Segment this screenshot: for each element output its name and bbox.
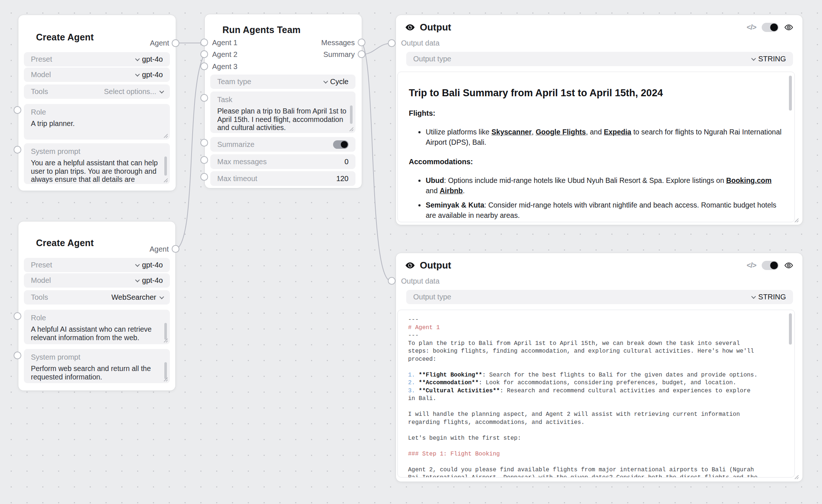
port-agent-2-in[interactable] xyxy=(200,50,208,58)
port-system-prompt-in[interactable] xyxy=(14,352,21,359)
output-type-value: STRING xyxy=(758,55,786,63)
node-run-agents-team[interactable]: Run Agents Team Agent 1 Agent 2 Agent 3 … xyxy=(205,14,362,188)
output-content[interactable]: Trip to Bali Summary from April 1st to A… xyxy=(397,72,795,222)
port-summarize-in[interactable] xyxy=(200,139,208,147)
port-system-prompt-in[interactable] xyxy=(14,146,21,154)
link-google-flights[interactable]: Google Flights xyxy=(536,128,586,136)
port-messages-out[interactable] xyxy=(358,39,365,46)
tools-value: Select options... xyxy=(104,87,156,96)
output-type-select[interactable]: Output type STRING xyxy=(406,52,793,66)
port-role-in[interactable] xyxy=(14,106,21,114)
summarize-label: Summarize xyxy=(217,140,254,149)
scrollbar-thumb[interactable] xyxy=(789,313,792,345)
code-line: regarding flights, accommodations, and a… xyxy=(408,419,784,427)
tools-select[interactable]: Tools WebSearcher xyxy=(24,290,170,305)
md-heading: Trip to Bali Summary from April 1st to A… xyxy=(409,87,783,99)
node-output-2[interactable]: Output </> Output data Output type STRIN… xyxy=(396,253,803,482)
role-textarea[interactable]: Role A helpful AI assistant who can retr… xyxy=(24,310,170,344)
model-select[interactable]: Model gpt-4o xyxy=(24,273,170,288)
node-output-1[interactable]: Output </> Output data Output type STRIN… xyxy=(396,15,803,225)
port-summary-out[interactable] xyxy=(358,50,365,58)
edge-agent2-to-team[interactable] xyxy=(176,55,204,249)
port-label-agent-1: Agent 1 xyxy=(212,38,237,47)
port-output-data-in[interactable] xyxy=(388,277,396,285)
max-messages-input[interactable]: Max messages 0 xyxy=(210,154,355,169)
md-section-flights: Flights: xyxy=(409,109,783,118)
node-create-agent-2[interactable]: Create Agent Agent Preset gpt-4o Model g… xyxy=(18,222,175,390)
model-select[interactable]: Model gpt-4o xyxy=(24,68,170,82)
code-view-icon[interactable]: </> xyxy=(747,261,756,270)
port-task-in[interactable] xyxy=(200,94,208,102)
chevron-down-icon xyxy=(135,278,140,282)
node-title: Output xyxy=(420,260,451,271)
port-max-messages-in[interactable] xyxy=(200,156,208,164)
max-timeout-input[interactable]: Max timeout 120 xyxy=(210,171,355,186)
summarize-row: Summarize xyxy=(210,137,355,152)
system-prompt-textarea[interactable]: System prompt You are a helpful assistan… xyxy=(24,143,170,184)
node-title: Output xyxy=(420,22,451,33)
link-airbnb[interactable]: Airbnb xyxy=(440,187,463,195)
resize-handle-icon[interactable] xyxy=(163,178,168,183)
role-value: A trip planner. xyxy=(31,119,163,128)
link-skyscanner[interactable]: Skyscanner xyxy=(492,128,532,136)
scrollbar-thumb[interactable] xyxy=(164,323,167,340)
model-value: gpt-4o xyxy=(142,71,163,79)
output-type-value: STRING xyxy=(758,293,786,301)
eye-icon[interactable] xyxy=(784,23,793,32)
output-type-select[interactable]: Output type STRING xyxy=(406,290,793,304)
chevron-down-icon xyxy=(135,72,140,77)
render-toggle[interactable] xyxy=(762,23,779,32)
code-view-icon[interactable]: </> xyxy=(747,23,756,32)
preset-select[interactable]: Preset gpt-4o xyxy=(24,52,170,66)
resize-handle-icon[interactable] xyxy=(794,218,799,223)
node-title: Create Agent xyxy=(36,32,94,43)
code-line: # Agent 1 xyxy=(408,324,784,332)
code-line: 3. **Cultural Activities**: Research and… xyxy=(408,387,784,395)
code-line: --- xyxy=(408,332,784,340)
link-expedia[interactable]: Expedia xyxy=(604,128,631,136)
port-role-in[interactable] xyxy=(14,312,21,320)
scrollbar-thumb[interactable] xyxy=(350,105,353,124)
eye-icon[interactable] xyxy=(784,261,793,270)
edge-summary-to-output1[interactable] xyxy=(362,43,391,54)
link-booking[interactable]: Booking.com xyxy=(726,176,772,184)
tools-value: WebSearcher xyxy=(111,293,156,302)
role-label: Role xyxy=(31,314,163,322)
resize-handle-icon[interactable] xyxy=(163,338,168,343)
render-toggle[interactable] xyxy=(762,261,779,270)
port-max-timeout-in[interactable] xyxy=(200,173,208,181)
edge-messages-to-output2[interactable] xyxy=(362,43,391,281)
resize-handle-icon[interactable] xyxy=(794,475,799,479)
output-content[interactable]: ---# Agent 1---To plan the trip to Bali … xyxy=(397,310,795,478)
code-line: in Bali. xyxy=(408,395,784,403)
scrollbar-thumb[interactable] xyxy=(789,76,792,111)
code-line: 2. **Accommodation**: Look for accommoda… xyxy=(408,379,784,387)
team-type-select[interactable]: Team type Cycle xyxy=(210,75,355,89)
scrollbar-thumb[interactable] xyxy=(164,156,167,176)
resize-handle-icon[interactable] xyxy=(349,127,354,132)
port-label-agent-out: Agent xyxy=(125,39,169,47)
system-prompt-label: System prompt xyxy=(31,353,163,361)
model-label: Model xyxy=(31,71,51,79)
resize-handle-icon[interactable] xyxy=(163,133,168,138)
md-bullet: Ubud: Options include mid-range hotels l… xyxy=(418,176,783,196)
tools-label: Tools xyxy=(31,293,48,302)
tools-select[interactable]: Tools Select options... xyxy=(24,84,170,99)
resize-handle-icon[interactable] xyxy=(163,377,168,382)
node-create-agent-1[interactable]: Create Agent Agent Preset gpt-4o Model g… xyxy=(18,15,176,191)
task-textarea[interactable]: Task Please plan a trip to Bali from Apr… xyxy=(210,91,355,133)
preset-select[interactable]: Preset gpt-4o xyxy=(24,258,170,272)
port-output-data-in[interactable] xyxy=(388,39,396,47)
summarize-toggle[interactable] xyxy=(333,140,349,149)
team-type-value: Cycle xyxy=(330,78,349,86)
code-line xyxy=(408,442,784,450)
port-agent-1-in[interactable] xyxy=(200,39,208,46)
chevron-down-icon xyxy=(160,89,164,94)
port-label-agent-3: Agent 3 xyxy=(212,62,237,71)
task-label: Task xyxy=(217,96,349,104)
role-textarea[interactable]: Role A trip planner. xyxy=(24,104,170,140)
port-agent-out[interactable] xyxy=(172,245,179,253)
system-prompt-textarea[interactable]: System prompt Perform web search and ret… xyxy=(24,349,170,383)
port-agent-out[interactable] xyxy=(172,39,179,47)
port-agent-3-in[interactable] xyxy=(200,62,208,70)
